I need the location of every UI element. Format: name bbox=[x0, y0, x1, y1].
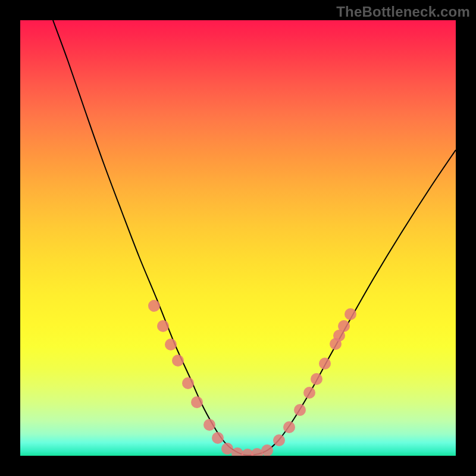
data-bead bbox=[157, 320, 169, 332]
data-bead bbox=[261, 444, 273, 456]
data-bead bbox=[294, 404, 306, 416]
data-bead bbox=[338, 320, 350, 332]
data-bead bbox=[251, 448, 263, 456]
data-bead bbox=[221, 443, 233, 455]
bottleneck-curve bbox=[53, 20, 456, 455]
data-bead bbox=[311, 373, 322, 385]
data-bead bbox=[203, 419, 215, 431]
data-bead bbox=[148, 300, 160, 312]
data-bead bbox=[165, 339, 177, 350]
curve-svg bbox=[20, 20, 456, 456]
data-bead bbox=[182, 377, 194, 389]
data-bead bbox=[172, 355, 184, 367]
bead-group bbox=[148, 300, 356, 456]
data-bead bbox=[319, 358, 331, 369]
chart-frame: TheBottleneck.com bbox=[0, 0, 476, 476]
watermark-text: TheBottleneck.com bbox=[336, 4, 470, 20]
data-bead bbox=[273, 434, 285, 446]
data-bead bbox=[212, 432, 224, 444]
data-bead bbox=[191, 396, 203, 408]
data-bead bbox=[231, 447, 243, 456]
data-bead bbox=[303, 387, 315, 399]
plot-area bbox=[20, 20, 456, 456]
data-bead bbox=[345, 308, 356, 320]
data-bead bbox=[283, 421, 295, 433]
